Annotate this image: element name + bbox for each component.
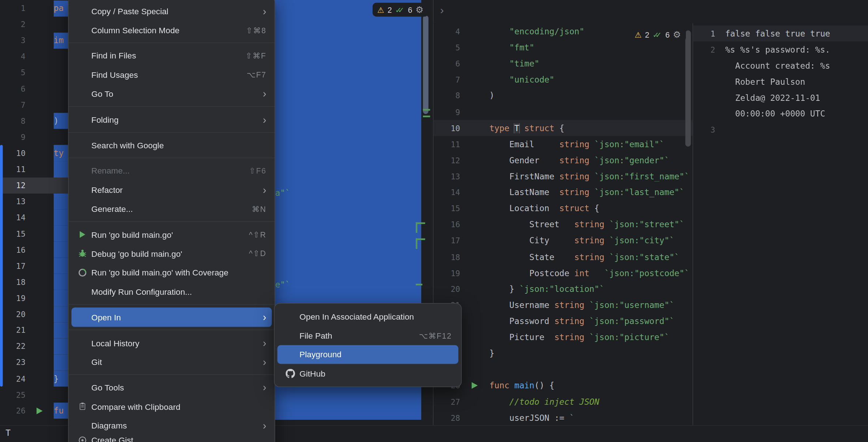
code-text[interactable]: FirstName string `json:"first_name"`	[489, 171, 692, 181]
line-number[interactable]: 16	[0, 245, 26, 254]
code-text[interactable]: }	[489, 348, 692, 358]
gear-icon[interactable]: ⚙	[673, 29, 681, 40]
menu-item-go-to[interactable]: Go To›	[71, 84, 272, 103]
code-line[interactable]: 14	[0, 210, 68, 226]
line-number[interactable]: 6	[0, 84, 26, 93]
menu-item-git[interactable]: Git›	[71, 353, 272, 371]
code-line[interactable]: 8)	[0, 113, 68, 129]
code-line[interactable]: 18	[0, 274, 68, 290]
line-number[interactable]: 4	[433, 27, 460, 36]
status-bar-label[interactable]: T	[5, 428, 11, 438]
line-number[interactable]: 8	[433, 92, 460, 100]
code-line[interactable]: 19	[0, 290, 68, 306]
code-text[interactable]: Zelda@ 2022-11-01	[725, 93, 868, 103]
code-text[interactable]: State string `json:"state"`	[489, 252, 692, 262]
line-number[interactable]: 5	[0, 68, 26, 77]
menu-item-modify-run-configuration[interactable]: Modify Run Configuration...	[71, 282, 272, 301]
menu-item-diagrams[interactable]: Diagrams›	[71, 416, 272, 435]
code-text[interactable]: %s %s's password: %s.	[725, 45, 868, 54]
code-line[interactable]: 15	[0, 226, 68, 242]
code-line[interactable]: 26func main() {	[433, 378, 692, 394]
code-line[interactable]: 25	[433, 362, 692, 378]
code-line[interactable]: 3	[693, 122, 868, 138]
line-number[interactable]: 2	[693, 45, 716, 54]
line-number[interactable]: 18	[433, 252, 460, 261]
code-line[interactable]: 27 //todo inject JSON	[433, 394, 692, 410]
left-editor-gutter[interactable]: 1pa23im45678)910ty1112131415161718192021…	[0, 0, 68, 420]
code-text[interactable]: LastName string `json:"last_name"`	[489, 187, 692, 197]
line-number[interactable]: 7	[0, 100, 26, 109]
code-line[interactable]: 14 LastName string `json:"last_name"`	[433, 184, 692, 201]
line-number[interactable]: 10	[433, 124, 460, 133]
code-text[interactable]: City string `json:"city"`	[489, 236, 692, 246]
line-number[interactable]: 21	[0, 326, 26, 335]
line-number[interactable]: 23	[0, 358, 26, 367]
line-number[interactable]: 14	[0, 213, 26, 222]
code-text[interactable]: Gender string `json:"gender"`	[489, 155, 692, 165]
code-text[interactable]: func main() {	[489, 381, 692, 390]
menu-item-copy-paste-special[interactable]: Copy / Paste Special›	[71, 2, 272, 21]
menu-item-folding[interactable]: Folding›	[71, 110, 272, 129]
code-text[interactable]: Password string `json:"password"`	[489, 316, 692, 326]
code-text[interactable]: Username string `json:"username"`	[489, 300, 692, 310]
code-text[interactable]: //todo inject JSON	[489, 397, 692, 407]
line-number[interactable]: 8	[0, 117, 26, 125]
line-number[interactable]: 7	[433, 75, 460, 84]
code-line[interactable]: 12 Gender string `json:"gender"`	[433, 152, 692, 168]
code-line[interactable]: 9	[0, 129, 68, 145]
code-line[interactable]: 22	[0, 338, 68, 354]
menu-item-rename[interactable]: Rename...⇧F6	[71, 161, 272, 180]
code-line[interactable]: 17	[0, 258, 68, 274]
code-text[interactable]: 00:00:00 +0000 UTC	[725, 109, 868, 119]
line-number[interactable]: 19	[0, 294, 26, 302]
code-line[interactable]: 23 Picture string `json:"picture"`	[433, 329, 692, 346]
code-line[interactable]: 20 } `json:"location"`	[433, 281, 692, 297]
menu-item-find-usages[interactable]: Find Usages⌥F7	[71, 65, 272, 84]
code-text[interactable]: "unicode"	[489, 75, 692, 85]
line-number[interactable]: 9	[433, 108, 460, 117]
line-number[interactable]: 14	[433, 188, 460, 197]
line-number[interactable]: 28	[433, 414, 460, 422]
code-line[interactable]: 7 "unicode"	[433, 72, 692, 88]
menu-item-debug[interactable]: Debug 'go build main.go'^⇧D	[71, 244, 272, 263]
code-line[interactable]: 8)	[433, 88, 692, 104]
code-line[interactable]: Zelda@ 2022-11-01	[693, 90, 868, 106]
code-text[interactable]: Account created: %s	[725, 61, 868, 71]
submenu-item-github[interactable]: GitHub	[278, 364, 458, 383]
line-number[interactable]: 20	[0, 310, 26, 319]
line-number[interactable]: 15	[0, 229, 26, 238]
line-number[interactable]: 1	[693, 29, 716, 38]
code-text[interactable]: Robert Paulson	[725, 77, 868, 87]
line-number[interactable]: 24	[0, 374, 26, 383]
scrollbar-thumb[interactable]	[423, 15, 429, 114]
menu-item-run-with-coverage[interactable]: Run 'go build main.go' with Coverage	[71, 263, 272, 282]
code-line[interactable]: 2%s %s's password: %s.	[693, 42, 868, 58]
line-number[interactable]: 20	[433, 285, 460, 293]
code-text[interactable]: Location struct {	[489, 204, 692, 214]
code-line[interactable]: 10ty	[0, 145, 68, 161]
code-text[interactable]: "time"	[489, 59, 692, 69]
code-line[interactable]: 20	[0, 306, 68, 322]
code-line[interactable]: 11 Email string `json:"email"`	[433, 136, 692, 152]
line-number[interactable]: 25	[0, 390, 26, 399]
code-line[interactable]: 5 "fmt"	[433, 39, 692, 56]
gear-icon[interactable]: ⚙	[416, 4, 424, 15]
line-number[interactable]: 26	[0, 406, 26, 415]
line-number[interactable]: 11	[0, 165, 26, 174]
code-line[interactable]: 24}	[0, 370, 68, 386]
line-number[interactable]: 3	[0, 36, 26, 45]
code-line[interactable]: Account created: %s	[693, 58, 868, 74]
line-number[interactable]: 1	[0, 4, 26, 13]
code-line[interactable]: 1false false true true	[693, 26, 868, 42]
code-line[interactable]: Robert Paulson	[693, 74, 868, 90]
line-number[interactable]: 17	[433, 236, 460, 245]
code-line[interactable]: 10type T struct {	[433, 120, 692, 136]
code-line[interactable]: 21 Username string `json:"username"`	[433, 297, 692, 313]
line-number[interactable]: 12	[0, 181, 26, 190]
code-line[interactable]: 17 City string `json:"city"`	[433, 233, 692, 249]
line-number[interactable]: 11	[433, 140, 460, 149]
code-text[interactable]: Picture string `json:"picture"`	[489, 332, 692, 342]
code-text[interactable]: Email string `json:"email"`	[489, 139, 692, 149]
code-line[interactable]: 24}	[433, 346, 692, 362]
code-text[interactable]: )	[489, 91, 692, 101]
